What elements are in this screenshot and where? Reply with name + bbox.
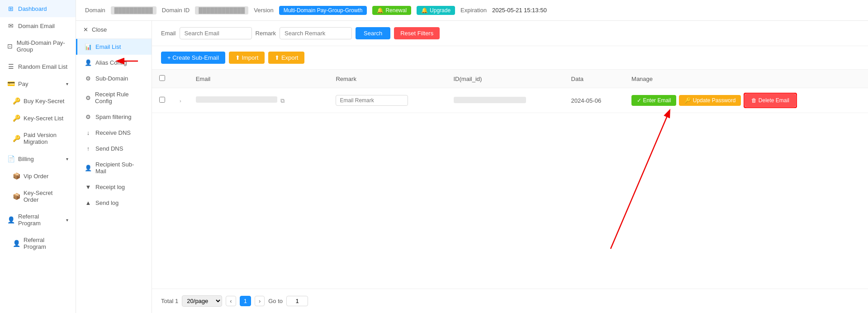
referral-icon: 👤 — [7, 216, 14, 223]
send-log-icon: ▲ — [85, 199, 92, 206]
receive-dns-icon: ↓ — [85, 129, 92, 136]
main-panel: Email Remark Search Reset Filters + Crea… — [152, 21, 868, 313]
multi-domain-icon: ⊡ — [7, 43, 13, 50]
expiration-label: Expiration — [460, 7, 487, 14]
goto-input[interactable] — [286, 296, 308, 306]
action-bar: + Create Sub-Email ⬆ Import ⬆ Export — [152, 46, 868, 70]
sidebar-item-referral2[interactable]: 👤 Referral Program — [0, 232, 76, 255]
sidebar-item-dashboard[interactable]: ⊞ Dashboard — [0, 0, 76, 17]
expand-icon[interactable]: › — [180, 98, 181, 104]
sidebar-item-random-email[interactable]: ☰ Random Email List — [0, 58, 76, 75]
table-row: › ⧉ 2024-05-06 — [152, 88, 868, 113]
prev-page-button[interactable]: ‹ — [226, 296, 236, 306]
dashboard-icon: ⊞ — [7, 5, 14, 12]
remark-search-input[interactable] — [280, 27, 352, 39]
search-button[interactable]: Search — [356, 27, 390, 39]
remark-column-header: Remark — [328, 70, 446, 88]
version-label: Version — [254, 7, 273, 14]
page-1-button[interactable]: 1 — [240, 296, 251, 306]
id-value — [454, 97, 526, 103]
key-list-icon: 🔑 — [13, 114, 20, 122]
reset-filters-button[interactable]: Reset Filters — [394, 27, 440, 39]
sub-sidebar-receipt-log[interactable]: ▼ Receipt log — [76, 179, 152, 195]
sidebar-item-multi-domain[interactable]: ⊡ Multi-Domain Pay-Group — [0, 34, 76, 58]
next-page-button[interactable]: › — [255, 296, 265, 306]
import-button[interactable]: ⬆ Import — [229, 52, 265, 64]
sidebar-item-paid-version[interactable]: 🔑 Paid Version Migration — [0, 127, 76, 150]
total-label: Total 1 — [161, 298, 178, 304]
email-column-header: Email — [189, 70, 329, 88]
sidebar-item-billing[interactable]: 📄 Billing — [0, 150, 76, 167]
close-icon: ✕ — [83, 26, 88, 33]
referral2-icon: 👤 — [13, 240, 20, 247]
sub-sidebar-receipt-rule[interactable]: ⚙ Receipt Rule Config — [76, 86, 152, 109]
domain-id-label: Domain ID — [162, 7, 190, 14]
domain-id-value: ████████████ — [195, 6, 248, 14]
domain-email-icon: ✉ — [7, 22, 14, 29]
remark-input[interactable] — [336, 95, 408, 106]
email-filter-label: Email — [161, 30, 176, 37]
upgrade-badge[interactable]: 🔔 Upgrade — [417, 6, 455, 15]
sidebar-item-buy-key[interactable]: 🔑 Buy Key-Secret — [0, 92, 76, 109]
sub-sidebar-recipient[interactable]: 👤 Recipient Sub-Mail — [76, 156, 152, 179]
goto-label: Go to — [268, 298, 283, 304]
version-badge: Multi-Domain Pay-Group-Growth — [279, 6, 367, 15]
sub-sidebar-sub-domain[interactable]: ⚙ Sub-Domain — [76, 71, 152, 86]
sidebar-item-key-order[interactable]: 📦 Key-Secret Order — [0, 185, 76, 208]
receipt-rule-icon: ⚙ — [85, 95, 91, 101]
pay-icon: 💳 — [7, 80, 14, 87]
manage-cell: ✓ Enter Email 🔑 Update Password 🗑 Delete… — [624, 88, 868, 113]
sidebar-item-pay[interactable]: 💳 Pay — [0, 75, 76, 92]
copy-icon[interactable]: ⧉ — [280, 97, 285, 104]
date-cell: 2024-05-06 — [564, 88, 624, 113]
remark-filter-label: Remark — [256, 30, 276, 37]
key-icon: 🔑 — [13, 97, 20, 104]
key-order-icon: 📦 — [13, 193, 20, 200]
page-size-select[interactable]: 20/page 50/page 100/page — [182, 295, 222, 307]
paid-version-icon: 🔑 — [13, 135, 20, 142]
select-all-checkbox[interactable] — [159, 75, 165, 81]
recipient-icon: 👤 — [85, 165, 92, 171]
sidebar-item-referral[interactable]: 👤 Referral Program — [0, 208, 76, 232]
vip-order-icon: 📦 — [13, 172, 20, 180]
email-list-icon: 📊 — [85, 43, 92, 50]
header-bar: Domain ██████████ Domain ID ████████████… — [76, 0, 868, 21]
sub-sidebar-email-list[interactable]: 📊 Email List — [76, 39, 152, 55]
email-table-container: Email Remark ID(mail_id) Data Manage — [152, 70, 868, 289]
content-area: ✕ Close 📊 Email List 👤 Alias Config ⚙ Su… — [76, 21, 868, 313]
renewal-badge[interactable]: 🔔 Renewal — [372, 6, 411, 15]
create-sub-email-button[interactable]: + Create Sub-Email — [161, 52, 225, 64]
enter-email-button[interactable]: ✓ Enter Email — [631, 95, 676, 106]
sidebar-item-domain-email[interactable]: ✉ Domain Email — [0, 17, 76, 34]
renewal-icon: 🔔 — [377, 7, 384, 14]
billing-icon: 📄 — [7, 155, 14, 162]
random-email-icon: ☰ — [7, 63, 14, 70]
filter-bar: Email Remark Search Reset Filters — [152, 21, 868, 46]
main-area: Domain ██████████ Domain ID ████████████… — [76, 0, 868, 313]
remark-cell — [328, 88, 446, 113]
sidebar-item-key-list[interactable]: 🔑 Key-Secret List — [0, 109, 76, 127]
email-cell: ⧉ — [189, 88, 329, 113]
sidebar-item-vip-order[interactable]: 📦 Vip Order — [0, 167, 76, 185]
receipt-log-icon: ▼ — [85, 184, 92, 190]
delete-email-button[interactable]: 🗑 Delete Email — [745, 94, 795, 107]
left-sidebar: ⊞ Dashboard ✉ Domain Email ⊡ Multi-Domai… — [0, 0, 76, 313]
sub-sidebar-close[interactable]: ✕ Close — [76, 21, 152, 39]
row-checkbox[interactable] — [159, 97, 165, 103]
spam-icon: ⚙ — [85, 114, 92, 120]
sub-sidebar-send-log[interactable]: ▲ Send log — [76, 195, 152, 211]
delete-box-highlight: 🗑 Delete Email — [744, 93, 797, 108]
sub-sidebar-receive-dns[interactable]: ↓ Receive DNS — [76, 125, 152, 141]
sub-sidebar-alias-config[interactable]: 👤 Alias Config — [76, 55, 152, 71]
sub-sidebar-spam[interactable]: ⚙ Spam filtering — [76, 109, 152, 125]
sub-sidebar-send-dns[interactable]: ↑ Send DNS — [76, 141, 152, 156]
table-header-row: Email Remark ID(mail_id) Data Manage — [152, 70, 868, 88]
email-search-input[interactable] — [180, 27, 252, 39]
email-value — [196, 96, 277, 103]
email-table: Email Remark ID(mail_id) Data Manage — [152, 70, 868, 113]
update-password-button[interactable]: 🔑 Update Password — [679, 95, 741, 106]
sub-sidebar: ✕ Close 📊 Email List 👤 Alias Config ⚙ Su… — [76, 21, 152, 313]
manage-buttons: ✓ Enter Email 🔑 Update Password 🗑 Delete… — [631, 93, 861, 108]
send-dns-icon: ↑ — [85, 145, 92, 152]
export-button[interactable]: ⬆ Export — [268, 52, 304, 64]
